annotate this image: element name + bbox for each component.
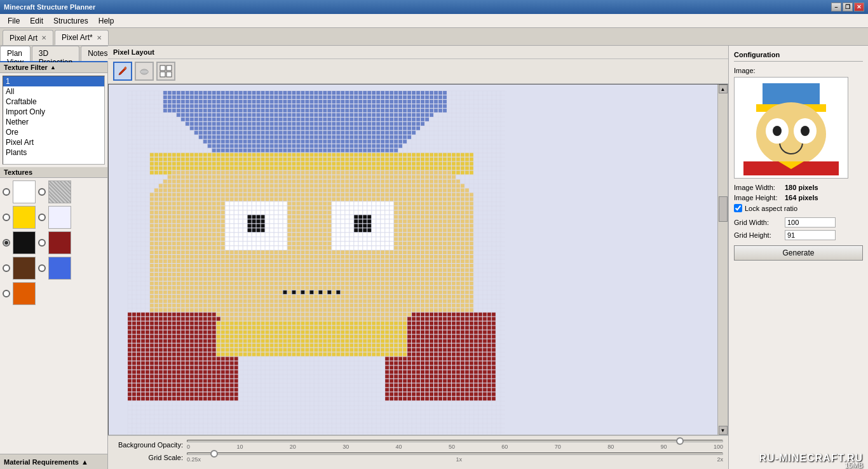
window-controls[interactable]: – ❐ ✕ (831, 3, 864, 11)
texture-radio-2[interactable] (38, 188, 46, 196)
texture-radio-4[interactable] (38, 214, 46, 221)
texture-row-2 (3, 206, 105, 229)
texture-filter-label: Texture Filter (4, 64, 48, 71)
grid-height-input[interactable] (785, 230, 836, 240)
scale-label: Grid Scale: (113, 454, 183, 461)
generate-button[interactable]: Generate (734, 245, 863, 261)
canvas-area[interactable]: ▲▼ (108, 84, 728, 435)
tab-pixel-art-2[interactable]: Pixel Art* ✕ (55, 30, 109, 45)
tab-close-1[interactable]: ✕ (41, 34, 46, 41)
scrollbar-down-button[interactable]: ▼ (719, 426, 728, 435)
material-requirements-arrow: ▲ (81, 458, 88, 466)
texture-row-5 (3, 282, 105, 305)
pixel-layout-header: Pixel Layout (108, 46, 728, 59)
menu-file[interactable]: File (3, 15, 25, 27)
texture-filter-item-pixel[interactable]: Pixel Art (3, 137, 104, 147)
texture-radio-6[interactable] (38, 239, 46, 247)
config-header: Configuration (734, 51, 863, 62)
texture-filter-header: Texture Filter ▲ (0, 62, 107, 73)
restore-button[interactable]: ❐ (843, 3, 853, 11)
memory-usage: 15MB (844, 461, 863, 469)
menu-bar: File Edit Structures Help (0, 14, 868, 28)
opacity-slider-thumb[interactable] (676, 437, 684, 445)
close-button[interactable]: ✕ (854, 3, 864, 11)
opacity-slider-track[interactable] (187, 440, 723, 442)
config-title: Configuration (734, 51, 780, 58)
right-panel: Configuration Image: Image Width: 180 pi… (728, 46, 868, 469)
tab-label: Pixel Art (10, 34, 37, 43)
image-preview (734, 77, 848, 179)
texture-swatch-yellow[interactable] (13, 206, 36, 229)
opacity-label: Background Opacity: (113, 441, 183, 449)
tab-close-2[interactable]: ✕ (97, 34, 102, 41)
texture-radio-8[interactable] (38, 264, 46, 272)
texture-radio-9[interactable] (3, 290, 10, 297)
lock-aspect-checkbox[interactable] (734, 204, 742, 212)
texture-swatch-blue[interactable] (48, 257, 71, 280)
texture-filter-item-craftable[interactable]: Craftable (3, 97, 104, 107)
opacity-slider-container: 0102030405060708090100 (187, 440, 723, 450)
subtabs: Plan View 3D Projection Notes (0, 46, 107, 62)
eraser-icon (139, 66, 149, 76)
texture-filter-item-all[interactable]: All (3, 86, 104, 97)
minimize-button[interactable]: – (831, 3, 841, 11)
grid-width-input[interactable] (785, 217, 836, 228)
menu-structures[interactable]: Structures (48, 15, 93, 27)
texture-filter-item-nether[interactable]: Nether (3, 117, 104, 127)
pixel-canvas[interactable] (109, 85, 728, 435)
image-width-label: Image Width: (734, 184, 785, 191)
lock-aspect-row: Lock aspect ratio (734, 204, 863, 212)
window-title: Minecraft Structure Planner (4, 3, 95, 11)
texture-radio-5[interactable] (3, 239, 10, 247)
texture-filter-item-plants[interactable]: Plants (3, 147, 104, 158)
image-width-row: Image Width: 180 pixels (734, 184, 863, 191)
texture-swatch-stone[interactable] (48, 180, 71, 203)
textures-header: Textures (0, 167, 107, 178)
svg-rect-3 (160, 65, 165, 71)
left-panel: Plan View 3D Projection Notes Texture Fi… (0, 46, 108, 469)
scale-slider-thumb[interactable] (210, 450, 218, 458)
image-height-row: Image Height: 164 pixels (734, 194, 863, 201)
menu-edit[interactable]: Edit (25, 15, 48, 27)
menu-help[interactable]: Help (93, 15, 119, 27)
texture-filter-item-ore[interactable]: Ore (3, 127, 104, 137)
bottom-controls: Background Opacity: 01020304050607080901… (108, 435, 728, 469)
toolbar (108, 59, 728, 84)
pixel-layout-label: Pixel Layout (113, 48, 154, 56)
tab-bar: Pixel Art ✕ Pixel Art* ✕ (0, 28, 868, 46)
scale-slider-track[interactable] (187, 452, 723, 455)
texture-radio-7[interactable] (3, 264, 10, 272)
opacity-slider-row: Background Opacity: 01020304050607080901… (113, 440, 723, 450)
main-layout: Plan View 3D Projection Notes Texture Fi… (0, 46, 868, 469)
subtab-plan-view[interactable]: Plan View (0, 46, 31, 61)
eraser-tool-button[interactable] (135, 62, 154, 81)
texture-swatch-black[interactable] (13, 231, 36, 254)
texture-swatch-red[interactable] (48, 231, 71, 254)
subtab-3d-projection[interactable]: 3D Projection (32, 46, 79, 61)
grid-tool-button[interactable] (156, 62, 175, 81)
texture-filter-item-import[interactable]: Import Only (3, 107, 104, 117)
texture-swatch-orange[interactable] (13, 282, 36, 305)
scale-ticks: 0.25x 1x 2x (187, 456, 723, 463)
texture-filter-list[interactable]: 1 All Craftable Import Only Nether Ore P… (3, 76, 105, 165)
scrollbar-thumb[interactable] (719, 196, 728, 222)
scrollbar-up-button[interactable]: ▲ (719, 85, 728, 93)
pencil-tool-button[interactable] (113, 62, 132, 81)
texture-radio-3[interactable] (3, 214, 10, 221)
texture-swatch-brown[interactable] (13, 257, 36, 280)
texture-filter-item-1[interactable]: 1 (3, 76, 104, 86)
svg-rect-2 (140, 71, 148, 73)
center-panel: Pixel Layout (108, 46, 728, 469)
grid-height-label: Grid Height: (734, 231, 785, 239)
texture-row-1 (3, 180, 105, 203)
scale-slider-container: 0.25x 1x 2x (187, 452, 723, 463)
textures-section (0, 178, 107, 454)
texture-swatch-white[interactable] (13, 180, 36, 203)
svg-rect-4 (166, 65, 172, 71)
svg-rect-6 (166, 72, 172, 77)
texture-row-3 (3, 231, 105, 254)
grid-height-row: Grid Height: (734, 230, 863, 240)
texture-swatch-snow[interactable] (48, 206, 71, 229)
texture-radio-1[interactable] (3, 188, 10, 196)
tab-pixel-art-1[interactable]: Pixel Art ✕ (3, 30, 53, 45)
